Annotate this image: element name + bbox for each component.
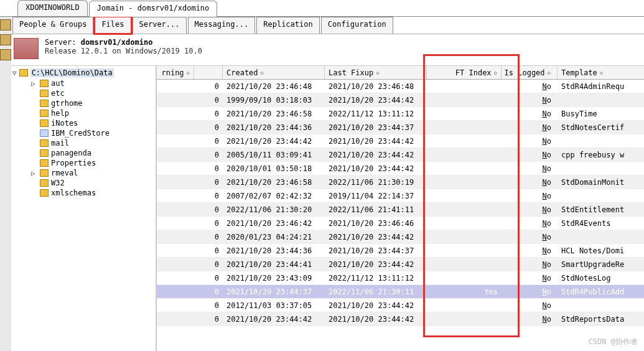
table-row[interactable]: 02021/10/20 23:46:582022/11/12 13:11:12N…	[157, 107, 644, 121]
table-row[interactable]: 02005/10/11 03:09:412021/10/20 23:44:42N…	[157, 148, 644, 162]
sort-icon: ◇	[600, 70, 603, 76]
tree-item-gtrhome[interactable]: gtrhome	[31, 98, 154, 108]
tab-xdominoworld[interactable]: XDOMINOWORLD	[17, 0, 88, 16]
tag-icon[interactable]	[0, 49, 11, 60]
folder-icon	[19, 69, 28, 77]
tree-item-ibm_credstore[interactable]: IBM_CredStore	[31, 128, 154, 138]
tab-people-groups[interactable]: People & Groups	[12, 17, 93, 34]
tree-item-inotes[interactable]: iNotes	[31, 118, 154, 128]
folder-icon	[40, 80, 49, 87]
tree-item-label: help	[51, 109, 69, 118]
sort-icon: ◇	[548, 70, 551, 76]
tree-item-label: W32	[51, 179, 65, 187]
tab-domain[interactable]: Jomain - domsrv01/xdomino	[89, 1, 218, 17]
col-rning[interactable]: rning◇	[157, 66, 194, 79]
tree-item-xmlschemas[interactable]: xmlschemas	[31, 188, 154, 198]
tab-messaging[interactable]: Messaging...	[188, 17, 256, 34]
table-row[interactable]: 02021/10/20 23:46:482021/10/20 23:46:48N…	[157, 80, 644, 93]
tree-item-label: mail	[51, 139, 69, 147]
tree-item-label: aut	[51, 79, 65, 88]
sort-icon: ◇	[261, 70, 264, 76]
watermark: CSDN @协作者	[589, 337, 638, 347]
table-row[interactable]: 02021/10/20 23:44:362021/10/20 23:44:37N…	[157, 121, 644, 134]
tree-item-help[interactable]: help	[31, 108, 154, 118]
folder-icon	[40, 159, 49, 167]
col-last-fixup[interactable]: Last Fixup◇	[325, 66, 427, 79]
grid-header: rning◇ Created◇ Last Fixup◇ FT Index◇ Is…	[157, 66, 644, 80]
tree-item-label: IBM_CredStore	[51, 129, 110, 138]
folder-icon	[40, 129, 49, 137]
tab-replication[interactable]: Replication	[256, 17, 319, 34]
table-row[interactable]: 02021/10/20 23:43:092022/11/12 13:11:12N…	[157, 271, 644, 285]
file-grid[interactable]: rning◇ Created◇ Last Fixup◇ FT Index◇ Is…	[157, 66, 644, 351]
server-info: Server: domsrv01/xdomino Release 12.0.1 …	[11, 34, 644, 65]
sort-icon: ◇	[187, 70, 190, 76]
tree-root-label: C:\HCL\Domino\Data	[30, 68, 114, 77]
sort-icon: ◇	[376, 70, 379, 76]
folder-icon	[40, 149, 49, 157]
tree-item-w32[interactable]: W32	[31, 178, 154, 188]
col-created[interactable]: Created◇	[223, 66, 325, 79]
tree-root[interactable]: ▽ C:\HCL\Domino\Data	[12, 68, 154, 77]
sort-icon: ◇	[494, 70, 497, 76]
expand-icon[interactable]: ▷	[31, 80, 37, 88]
table-row[interactable]: 02021/10/20 23:44:412021/10/20 23:44:42N…	[157, 258, 644, 271]
folder-icon	[40, 110, 49, 117]
server-name: domsrv01/xdomino	[81, 38, 153, 47]
folder-icon	[40, 139, 49, 147]
table-row[interactable]: 02021/10/20 23:46:422021/10/20 23:46:46N…	[157, 217, 644, 230]
inner-tabs: People & Groups Files Server... Messagin…	[11, 17, 644, 34]
tree-item-etc[interactable]: etc	[31, 88, 154, 98]
table-row[interactable]: 02021/10/20 23:46:582022/11/06 21:30:19N…	[157, 176, 644, 189]
tab-configuration[interactable]: Configuration	[321, 17, 393, 34]
expand-icon[interactable]: ▷	[31, 169, 37, 177]
folder-icon	[40, 100, 49, 107]
tree-item-mail[interactable]: mail	[31, 138, 154, 148]
table-row[interactable]: 02021/10/20 23:44:372022/11/06 21:30:11Y…	[157, 285, 644, 299]
table-row[interactable]: 02007/02/07 02:42:322019/11/04 22:14:37N…	[157, 189, 644, 203]
col-template[interactable]: Template◇	[558, 66, 644, 79]
tree-item-label: xmlschemas	[51, 189, 96, 197]
table-row[interactable]: 02021/10/20 23:44:422021/10/20 23:44:42N…	[157, 312, 644, 326]
table-row[interactable]: 01999/09/10 03:18:032021/10/20 23:44:42N…	[157, 93, 644, 107]
tree-item-rmeval[interactable]: ▷rmeval	[31, 168, 154, 178]
table-row[interactable]: 02022/11/06 21:30:202022/11/06 21:41:11N…	[157, 203, 644, 217]
folder-icon	[40, 119, 49, 127]
folder-icon	[40, 179, 49, 187]
tree-item-panagenda[interactable]: panagenda	[31, 148, 154, 158]
stack-icon[interactable]	[0, 34, 11, 45]
table-row[interactable]: 02012/11/03 03:37:052021/10/20 23:44:42N…	[157, 299, 644, 312]
col-ft-index[interactable]: FT Index◇	[427, 66, 502, 79]
col-is-logged[interactable]: Is Logged◇	[502, 66, 558, 79]
toolbox-icon[interactable]	[0, 19, 11, 30]
tree-item-label: gtrhome	[51, 99, 83, 108]
folder-icon	[40, 169, 49, 177]
collapse-icon[interactable]: ▽	[12, 69, 17, 77]
tree-item-label: etc	[51, 89, 65, 98]
tree-item-label: iNotes	[51, 119, 78, 128]
folder-tree[interactable]: ▽ C:\HCL\Domino\Data ▷autetcgtrhomehelpi…	[11, 66, 157, 351]
tab-files[interactable]: Files	[95, 17, 131, 34]
left-icon-bar	[0, 17, 11, 351]
tree-item-label: rmeval	[51, 169, 78, 177]
tree-item-properties[interactable]: Properties	[31, 158, 154, 168]
tab-server[interactable]: Server...	[133, 17, 187, 34]
table-row[interactable]: 02020/01/23 04:24:212021/10/20 23:44:42N…	[157, 230, 644, 244]
table-row[interactable]: 02021/10/20 23:44:422021/10/20 23:44:42N…	[157, 134, 644, 148]
server-release: Release 12.0.1 on Windows/2019 10.0	[45, 47, 202, 55]
folder-icon	[40, 189, 49, 197]
tree-item-label: panagenda	[51, 149, 91, 157]
app-tabs: XDOMINOWORLD Jomain - domsrv01/xdomino	[0, 0, 644, 16]
server-label: Server:	[45, 38, 77, 47]
server-icon	[14, 38, 39, 59]
tree-item-aut[interactable]: ▷aut	[31, 78, 154, 88]
folder-icon	[40, 90, 49, 97]
table-row[interactable]: 02020/10/01 03:50:182021/10/20 23:44:42N…	[157, 162, 644, 176]
col-spacer	[194, 66, 223, 79]
tree-item-label: Properties	[51, 159, 96, 167]
table-row[interactable]: 02021/10/20 23:44:362021/10/20 23:44:37N…	[157, 244, 644, 258]
